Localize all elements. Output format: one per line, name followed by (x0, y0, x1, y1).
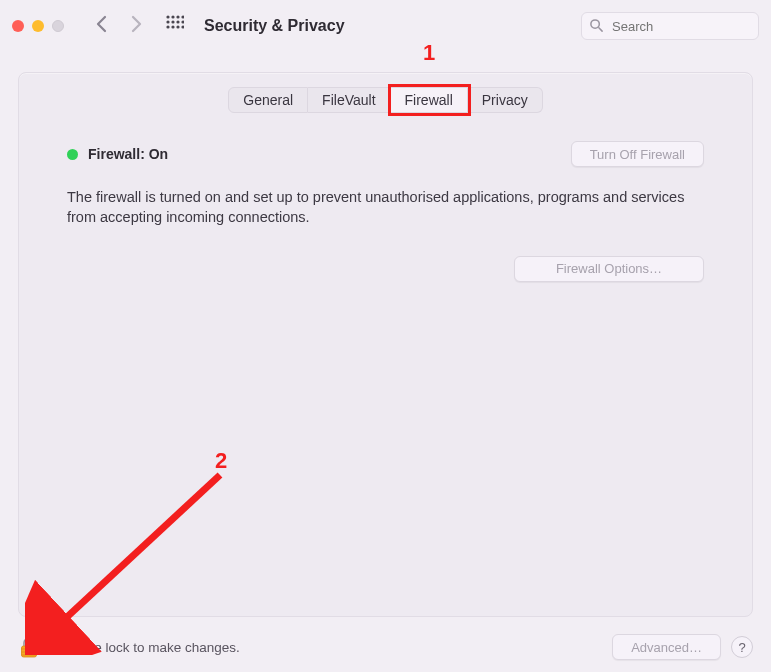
firewall-section: Firewall: On Turn Off Firewall The firew… (19, 113, 752, 282)
lock-icon[interactable] (18, 636, 40, 658)
svg-point-5 (171, 20, 174, 23)
search-field[interactable] (581, 12, 759, 40)
svg-point-7 (181, 20, 184, 23)
tab-general[interactable]: General (228, 87, 308, 113)
svg-point-9 (171, 25, 174, 28)
svg-line-13 (599, 28, 602, 31)
page-title: Security & Privacy (204, 17, 345, 35)
tab-firewall[interactable]: Firewall (391, 87, 468, 113)
svg-point-12 (591, 20, 599, 28)
close-window-icon[interactable] (12, 20, 24, 32)
advanced-button[interactable]: Advanced… (612, 634, 721, 660)
svg-point-6 (176, 20, 179, 23)
firewall-options-button[interactable]: Firewall Options… (514, 256, 704, 282)
show-all-grid-icon[interactable] (166, 15, 184, 37)
firewall-status-label: Firewall: On (88, 146, 168, 162)
traffic-lights (12, 20, 64, 32)
tab-filevault[interactable]: FileVault (308, 87, 390, 113)
lock-hint-text: Click the lock to make changes. (50, 640, 240, 655)
svg-point-8 (166, 25, 169, 28)
svg-point-10 (176, 25, 179, 28)
svg-point-4 (166, 20, 169, 23)
svg-rect-14 (22, 646, 37, 657)
svg-point-3 (181, 15, 184, 18)
zoom-window-icon (52, 20, 64, 32)
svg-point-1 (171, 15, 174, 18)
minimize-window-icon[interactable] (32, 20, 44, 32)
status-dot-icon (67, 149, 78, 160)
bottom-bar: Click the lock to make changes. Advanced… (0, 622, 771, 672)
search-icon (589, 18, 604, 33)
svg-point-0 (166, 15, 169, 18)
preferences-panel: General FileVault Firewall Privacy Firew… (18, 72, 753, 617)
annotation-2: 2 (215, 448, 227, 474)
help-button[interactable]: ? (731, 636, 753, 658)
forward-button[interactable] (128, 14, 144, 38)
svg-point-11 (181, 25, 184, 28)
firewall-status-row: Firewall: On Turn Off Firewall (67, 141, 704, 167)
tab-privacy[interactable]: Privacy (468, 87, 543, 113)
tabs-row: General FileVault Firewall Privacy (19, 87, 752, 113)
search-input[interactable] (581, 12, 759, 40)
firewall-description: The firewall is turned on and set up to … (67, 187, 704, 228)
nav-buttons (94, 14, 144, 38)
window-toolbar: Security & Privacy (0, 0, 771, 52)
turn-off-firewall-button[interactable]: Turn Off Firewall (571, 141, 704, 167)
annotation-1: 1 (423, 40, 435, 66)
svg-point-2 (176, 15, 179, 18)
back-button[interactable] (94, 14, 110, 38)
